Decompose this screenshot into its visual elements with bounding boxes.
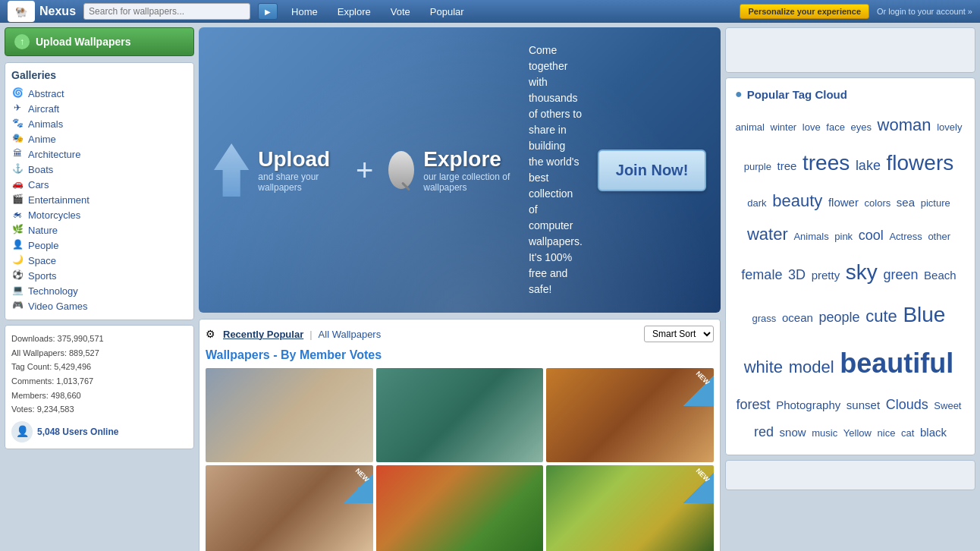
gallery-icon: 🌙 [11, 254, 24, 266]
gallery-item-entertainment[interactable]: 🎬Entertainment [11, 192, 187, 207]
tag-cool[interactable]: cool [859, 228, 884, 243]
tag-space [815, 313, 818, 324]
tag-3d[interactable]: 3D [788, 267, 806, 282]
login-link[interactable]: Or login to your account » [877, 7, 972, 16]
wallpaper-thumb[interactable]: NEW [206, 465, 373, 551]
tag-tree[interactable]: tree [777, 159, 797, 172]
tag-cute[interactable]: cute [865, 307, 897, 326]
tag-pink[interactable]: pink [834, 231, 853, 242]
tag-space [798, 161, 801, 172]
tag-beauty[interactable]: beauty [772, 191, 822, 210]
tag-space [772, 400, 775, 411]
tab-recently-popular[interactable]: Recently Popular [220, 327, 306, 342]
tag-eyes[interactable]: eyes [851, 121, 872, 133]
tag-woman[interactable]: woman [878, 115, 931, 134]
gallery-label: Boats [28, 164, 53, 175]
tag-green[interactable]: green [883, 267, 918, 282]
tag-cat[interactable]: cat [901, 427, 914, 439]
tag-actress[interactable]: Actress [889, 231, 922, 242]
tag-red[interactable]: red [754, 424, 774, 439]
tag-love[interactable]: love [803, 121, 821, 133]
tag-lake[interactable]: lake [856, 158, 881, 173]
gallery-item-technology[interactable]: 💻Technology [11, 283, 187, 298]
tag-water[interactable]: water [747, 225, 788, 244]
search-input[interactable] [83, 3, 250, 20]
nav-popular[interactable]: Popular [424, 6, 470, 17]
tag-face[interactable]: face [826, 121, 845, 133]
tag-sea[interactable]: sea [897, 196, 915, 209]
gallery-item-architecture[interactable]: 🏛Architecture [11, 146, 187, 162]
gallery-item-motorcycles[interactable]: 🏍Motorcycles [11, 207, 187, 222]
gallery-item-space[interactable]: 🌙Space [11, 253, 187, 268]
wallpaper-thumb[interactable] [376, 465, 544, 551]
tag-pretty[interactable]: pretty [812, 269, 840, 282]
nav-explore[interactable]: Explore [331, 6, 377, 17]
gallery-item-video-games[interactable]: 🎮Video Games [11, 298, 187, 313]
tag-cloud-panel: ● Popular Tag Cloud animal winter love f… [725, 77, 975, 455]
upload-wallpapers-button[interactable]: ↑ Upload Wallpapers [5, 27, 194, 56]
gallery-label: Nature [28, 225, 58, 236]
tag-ocean[interactable]: ocean [782, 311, 813, 324]
join-button[interactable]: Join Now! [598, 150, 707, 191]
tag-nice[interactable]: nice [878, 427, 896, 439]
tag-other[interactable]: other [928, 231, 950, 242]
tag-flower[interactable]: flower [828, 196, 859, 209]
tag-dark[interactable]: dark [747, 197, 766, 209]
tab-all-wallpapers[interactable]: All Wallpapers [316, 327, 385, 342]
tag-trees[interactable]: trees [803, 151, 850, 175]
tag-clouds[interactable]: Clouds [886, 397, 928, 412]
tag-beautiful[interactable]: beautiful [840, 348, 953, 379]
tag-picture[interactable]: picture [921, 197, 950, 209]
tag-white[interactable]: white [744, 357, 783, 376]
tag-forest[interactable]: forest [737, 397, 771, 412]
gallery-icon: 🚗 [11, 178, 24, 190]
nav-home[interactable]: Home [285, 6, 324, 17]
tag-sweet[interactable]: Sweet [934, 400, 961, 411]
tag-model[interactable]: model [789, 357, 834, 376]
tag-bullet-icon: ● [735, 87, 743, 101]
tag-colors[interactable]: colors [865, 197, 891, 209]
tag-space [807, 270, 810, 282]
personalize-button[interactable]: Personalize your experience [740, 4, 869, 19]
tag-flowers[interactable]: flowers [887, 151, 954, 175]
sort-select[interactable]: Smart Sort [644, 326, 714, 342]
tag-female[interactable]: female [741, 267, 782, 282]
gallery-item-anime[interactable]: 🎭Anime [11, 131, 187, 146]
nav-vote[interactable]: Vote [385, 6, 416, 17]
tag-photography[interactable]: Photography [776, 398, 840, 411]
wallpapers-panel: ⚙ Recently Popular | All Wallpapers Smar… [199, 319, 721, 551]
tag-grass[interactable]: grass [752, 313, 777, 324]
gallery-icon: 🎬 [11, 194, 24, 206]
tag-people[interactable]: people [818, 310, 859, 325]
wallpaper-thumb[interactable] [376, 368, 544, 462]
wallpaper-thumb[interactable]: NEW [546, 465, 714, 551]
gallery-item-people[interactable]: 👤People [11, 238, 187, 253]
tag-space [831, 231, 834, 242]
wallpaper-thumb[interactable]: NEW [546, 368, 714, 462]
tag-snow[interactable]: snow [780, 426, 806, 439]
tag-space [897, 427, 900, 439]
gallery-item-nature[interactable]: 🌿Nature [11, 222, 187, 238]
tag-sky[interactable]: sky [846, 260, 878, 284]
gallery-item-animals[interactable]: 🐾Animals [11, 116, 187, 131]
tag-black[interactable]: black [920, 426, 947, 439]
tag-animal[interactable]: animal [736, 121, 765, 133]
tag-sunset[interactable]: sunset [847, 398, 880, 411]
gallery-item-sports[interactable]: ⚽Sports [11, 268, 187, 283]
gallery-item-cars[interactable]: 🚗Cars [11, 177, 187, 192]
search-button[interactable]: ▶ [258, 3, 278, 20]
gallery-label: Cars [28, 179, 49, 190]
tag-yellow[interactable]: Yellow [843, 427, 872, 439]
tag-beach[interactable]: Beach [924, 269, 956, 282]
tag-purple[interactable]: purple [744, 161, 771, 172]
gallery-item-abstract[interactable]: 🌀Abstract [11, 86, 187, 101]
gallery-item-aircraft[interactable]: ✈Aircraft [11, 101, 187, 116]
gallery-item-boats[interactable]: ⚓Boats [11, 162, 187, 177]
tag-animals[interactable]: Animals [793, 231, 828, 242]
wallpaper-thumb[interactable] [206, 368, 373, 462]
upload-section: Upload and share your wallpapers [214, 143, 341, 197]
tag-winter[interactable]: winter [771, 121, 797, 133]
tag-lovely[interactable]: lovely [937, 121, 962, 133]
tag-music[interactable]: music [812, 427, 837, 439]
tag-blue[interactable]: Blue [903, 303, 945, 326]
